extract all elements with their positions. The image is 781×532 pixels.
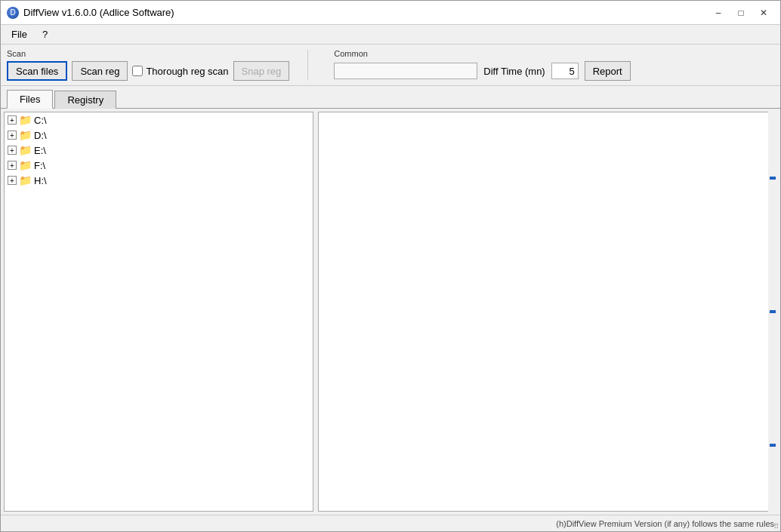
thorough-reg-scan-checkbox[interactable] [132,66,143,76]
folder-d-icon: 📁 [19,129,32,141]
title-bar-left: D DiffView v1.6.0.0 (Adlice Software) [7,7,174,19]
panels-row: + 📁 C:\ + 📁 D:\ + 📁 E:\ + 📁 F:\ [4,112,777,512]
sidebar-marker-2 [770,310,776,313]
tree-item-f[interactable]: + 📁 F:\ [5,158,313,173]
menu-file[interactable]: File [4,27,35,42]
diff-time-label: Diff Time (mn) [483,66,545,77]
right-sidebar [768,112,777,512]
common-section: Common Diff Time (mn) Report [334,49,630,81]
expand-f-button[interactable]: + [8,161,17,170]
expand-c-button[interactable]: + [8,115,17,125]
scan-section: Scan Scan files Scan reg Thorough reg sc… [7,49,289,81]
close-button[interactable]: ✕ [753,5,774,21]
title-bar: D DiffView v1.6.0.0 (Adlice Software) – … [1,1,780,25]
progress-bar [334,63,477,79]
tree-item-h[interactable]: + 📁 H:\ [5,173,313,188]
scan-reg-button[interactable]: Scan reg [72,61,128,81]
expand-e-button[interactable]: + [8,146,17,155]
tab-files[interactable]: Files [7,90,53,109]
common-row: Diff Time (mn) Report [334,61,630,81]
toolbar-divider [307,50,308,80]
folder-e-icon: 📁 [19,144,32,156]
tree-item-e[interactable]: + 📁 E:\ [5,143,313,158]
tabs-area: Files Registry [1,86,780,109]
tree-item-d[interactable]: + 📁 D:\ [5,128,313,143]
menu-bar: File ? [1,25,780,45]
tree-item-c[interactable]: + 📁 C:\ [5,112,313,128]
snap-reg-button[interactable]: Snap reg [233,61,290,81]
drive-e-label: E:\ [34,145,46,156]
toolbar: Scan Scan files Scan reg Thorough reg sc… [1,45,780,86]
thorough-reg-scan-text: Thorough reg scan [146,66,228,77]
drive-h-label: H:\ [34,175,47,186]
sidebar-marker-1 [770,177,776,180]
main-content: + 📁 C:\ + 📁 D:\ + 📁 E:\ + 📁 F:\ [1,109,780,515]
folder-c-icon: 📁 [19,114,32,126]
title-bar-controls: – □ ✕ [708,5,774,21]
common-section-label: Common [334,49,630,58]
diff-time-input[interactable] [551,63,579,79]
menu-help[interactable]: ? [35,27,55,42]
scan-files-button[interactable]: Scan files [7,61,67,81]
scan-section-label: Scan [7,49,289,58]
tab-registry[interactable]: Registry [54,91,116,109]
report-button[interactable]: Report [585,61,631,81]
main-window: D DiffView v1.6.0.0 (Adlice Software) – … [0,0,781,532]
resize-grip[interactable]: ⠿ [772,521,780,531]
expand-d-button[interactable]: + [8,131,17,140]
minimize-button[interactable]: – [708,5,729,21]
left-panel[interactable]: + 📁 C:\ + 📁 D:\ + 📁 E:\ + 📁 F:\ [4,112,313,512]
app-icon: D [7,7,19,19]
folder-f-icon: 📁 [19,159,32,171]
folder-h-icon: 📁 [19,174,32,186]
thorough-reg-scan-label[interactable]: Thorough reg scan [132,66,228,77]
drive-d-label: D:\ [34,130,47,141]
status-bar: (h)DiffView Premium Version (if any) fol… [1,515,780,531]
window-title: DiffView v1.6.0.0 (Adlice Software) [23,7,174,18]
drive-f-label: F:\ [34,160,45,171]
maximize-button[interactable]: □ [730,5,752,21]
expand-h-button[interactable]: + [8,176,17,185]
right-panel[interactable] [318,112,777,512]
sidebar-marker-3 [770,444,776,447]
scan-buttons-row: Scan files Scan reg Thorough reg scan Sn… [7,61,289,81]
status-text: (h)DiffView Premium Version (if any) fol… [556,519,774,528]
drive-c-label: C:\ [34,115,47,126]
